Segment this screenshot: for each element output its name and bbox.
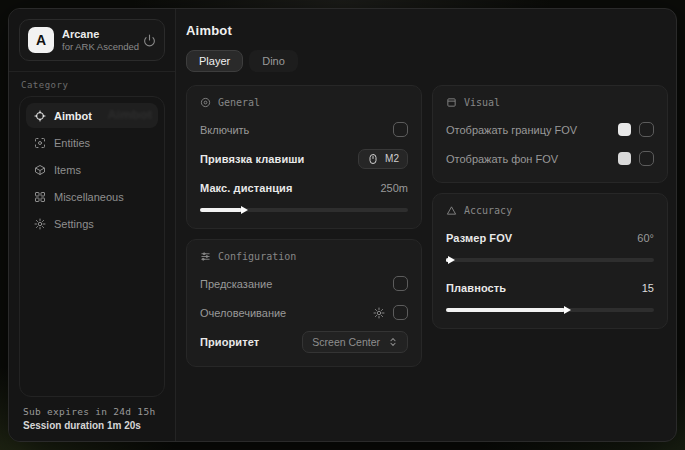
fov-bg-label: Отображать фон FOV	[446, 153, 558, 165]
enable-row: Включить	[200, 119, 408, 140]
sidebar-nav: Aimbot Aimbot Entities Items	[19, 96, 165, 397]
priority-row: Приоритет Screen Center	[200, 331, 408, 353]
priority-select[interactable]: Screen Center	[302, 331, 408, 353]
smoothness-value: 15	[642, 282, 654, 294]
enable-checkbox[interactable]	[393, 122, 408, 137]
sidebar-item-label: Items	[54, 164, 81, 176]
logo-card: A Arcane for ARK Ascended	[19, 19, 165, 61]
fov-border-row: Отображать границу FOV	[446, 119, 654, 140]
sidebar-item-aimbot[interactable]: Aimbot Aimbot	[26, 103, 158, 128]
scan-icon	[33, 136, 46, 149]
accuracy-card: Accuracy Размер FOV 60° Плавность 15	[432, 193, 668, 329]
subscription-expiry: Sub expires in 24d 15h	[23, 406, 161, 417]
card-title: Accuracy	[464, 205, 512, 216]
target-icon	[200, 97, 211, 108]
smoothness-label: Плавность	[446, 282, 506, 294]
smoothness-slider[interactable]	[446, 305, 654, 315]
aimbot-watermark: Aimbot	[107, 107, 152, 122]
smoothness-row: Плавность 15	[446, 277, 654, 298]
sidebar-footer: Sub expires in 24d 15h Session duration …	[19, 397, 165, 441]
slider-fill	[200, 208, 242, 212]
main-panel: Aimbot Player Dino General	[176, 9, 677, 441]
general-card-header: General	[200, 97, 408, 108]
humanize-label: Очеловечивание	[200, 307, 286, 319]
fov-bg-color-swatch[interactable]	[618, 152, 631, 165]
power-icon[interactable]	[143, 34, 156, 47]
max-distance-row: Макс. дистанция 250m	[200, 177, 408, 198]
session-duration: Session duration 1m 20s	[23, 420, 161, 431]
sidebar-item-miscellaneous[interactable]: Miscellaneous	[26, 184, 158, 209]
left-column: General Включить Привязка клавиши	[186, 85, 422, 367]
fov-border-label: Отображать границу FOV	[446, 124, 577, 136]
priority-value: Screen Center	[312, 336, 380, 348]
keybind-label: Привязка клавиши	[200, 153, 304, 165]
slider-track	[446, 308, 654, 312]
page-title: Aimbot	[186, 23, 668, 38]
keybind-row: Привязка клавиши M2	[200, 148, 408, 169]
fov-bg-controls	[618, 151, 654, 166]
app-logo: A	[28, 27, 54, 53]
grid-icon	[33, 190, 46, 203]
app-name: Arcane	[62, 28, 135, 41]
fov-bg-checkbox[interactable]	[639, 151, 654, 166]
visual-card: Visual Отображать границу FOV Отображать…	[432, 85, 668, 183]
prediction-row: Предсказание	[200, 273, 408, 294]
card-title: Visual	[464, 97, 500, 108]
accuracy-card-header: Accuracy	[446, 205, 654, 216]
slider-track	[200, 208, 408, 212]
fov-border-checkbox[interactable]	[639, 122, 654, 137]
keybind-value: M2	[385, 153, 399, 164]
slider-track	[446, 258, 654, 262]
chevrons-up-down-icon	[388, 337, 398, 347]
fov-size-row: Размер FOV 60°	[446, 227, 654, 248]
fov-border-controls	[618, 122, 654, 137]
sidebar-item-label: Aimbot	[54, 110, 92, 122]
gear-icon	[33, 217, 46, 230]
card-title: Configuration	[218, 251, 296, 262]
box-icon	[33, 163, 46, 176]
humanize-controls	[373, 305, 408, 320]
crosshair-icon	[33, 109, 46, 122]
mouse-icon	[367, 153, 379, 165]
fov-border-color-swatch[interactable]	[618, 123, 631, 136]
cards-grid: General Включить Привязка клавиши	[186, 85, 668, 367]
category-label: Category	[21, 80, 163, 90]
sidebar-item-entities[interactable]: Entities	[26, 130, 158, 155]
tab-bar: Player Dino	[186, 50, 668, 72]
max-distance-label: Макс. дистанция	[200, 182, 292, 194]
humanize-row: Очеловечивание	[200, 302, 408, 323]
visual-card-header: Visual	[446, 97, 654, 108]
humanize-checkbox[interactable]	[393, 305, 408, 320]
slider-fill	[446, 308, 565, 312]
configuration-card: Configuration Предсказание Очеловечивани…	[186, 239, 422, 367]
keybind-button[interactable]: M2	[358, 149, 408, 169]
prediction-checkbox[interactable]	[393, 276, 408, 291]
sidebar: A Arcane for ARK Ascended Category A	[9, 9, 176, 441]
app-identity: Arcane for ARK Ascended	[62, 28, 135, 53]
priority-label: Приоритет	[200, 336, 259, 348]
max-distance-slider[interactable]	[200, 205, 408, 215]
tab-player[interactable]: Player	[186, 50, 243, 72]
app-window: A Arcane for ARK Ascended Category A	[8, 8, 677, 442]
tab-dino[interactable]: Dino	[249, 50, 298, 72]
fov-bg-row: Отображать фон FOV	[446, 148, 654, 169]
fov-size-slider[interactable]	[446, 255, 654, 265]
gear-icon[interactable]	[373, 307, 385, 319]
sidebar-item-settings[interactable]: Settings	[26, 211, 158, 236]
sidebar-divider	[9, 71, 175, 72]
general-card: General Включить Привязка клавиши	[186, 85, 422, 229]
max-distance-value: 250m	[380, 182, 408, 194]
triangle-icon	[446, 205, 457, 216]
frame-icon	[446, 97, 457, 108]
sliders-icon	[200, 251, 211, 262]
app-subtitle: for ARK Ascended	[62, 41, 135, 53]
sidebar-item-label: Settings	[54, 218, 94, 230]
fov-size-label: Размер FOV	[446, 232, 512, 244]
sidebar-item-label: Entities	[54, 137, 90, 149]
sidebar-item-label: Miscellaneous	[54, 191, 124, 203]
fov-size-value: 60°	[637, 232, 654, 244]
prediction-label: Предсказание	[200, 278, 272, 290]
enable-label: Включить	[200, 124, 249, 136]
sidebar-item-items[interactable]: Items	[26, 157, 158, 182]
card-title: General	[218, 97, 260, 108]
